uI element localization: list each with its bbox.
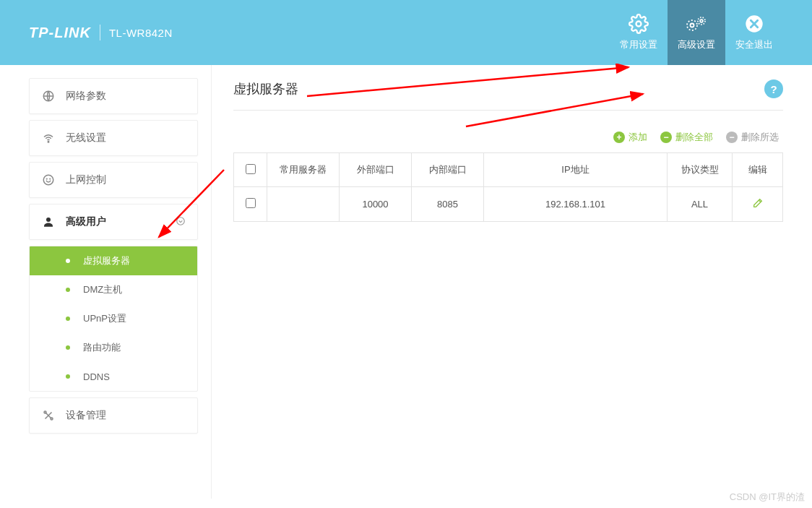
row-checkbox[interactable] xyxy=(246,198,256,208)
bullet-icon xyxy=(66,317,70,321)
th-ip: IP地址 xyxy=(484,153,668,187)
svg-point-7 xyxy=(48,142,49,143)
th-protocol: 协议类型 xyxy=(668,153,733,187)
delete-selected-button[interactable]: −删除所选 xyxy=(726,131,779,144)
submenu-label: DDNS xyxy=(83,371,110,382)
header: TP-LINK TL-WR842N 常用设置 高级设置 安全退出 xyxy=(0,0,812,65)
svg-point-10 xyxy=(50,178,51,179)
svg-point-2 xyxy=(687,20,697,30)
cell-ip: 192.168.1.101 xyxy=(484,187,668,222)
minus-icon: − xyxy=(660,132,672,143)
svg-point-4 xyxy=(698,17,705,25)
svg-point-3 xyxy=(700,20,703,22)
action-label: 删除所选 xyxy=(741,131,779,144)
main-content: 虚拟服务器 ? +添加 −删除全部 −删除所选 常用服务器 外部端口 内部端口 … xyxy=(211,65,812,499)
nav-common-settings[interactable]: 常用设置 xyxy=(610,0,668,65)
plus-icon: + xyxy=(613,132,625,143)
model-label: TL-WR842N xyxy=(109,27,173,39)
submenu-ddns[interactable]: DDNS xyxy=(30,362,197,391)
chevron-down-icon xyxy=(176,216,186,228)
nav-logout[interactable]: 安全退出 xyxy=(725,0,783,65)
nav-advanced-settings[interactable]: 高级设置 xyxy=(668,0,725,65)
action-bar: +添加 −删除全部 −删除所选 xyxy=(233,111,783,152)
submenu-label: UPnP设置 xyxy=(83,312,126,325)
action-label: 删除全部 xyxy=(675,131,713,144)
nav-label: 高级设置 xyxy=(678,38,715,51)
th-server: 常用服务器 xyxy=(267,153,340,187)
wifi-icon xyxy=(41,131,56,145)
select-all-checkbox[interactable] xyxy=(246,164,256,174)
add-button[interactable]: +添加 xyxy=(613,131,647,144)
top-nav: 常用设置 高级设置 安全退出 xyxy=(610,0,783,65)
sidebar-item-device[interactable]: 设备管理 xyxy=(29,397,198,434)
user-icon xyxy=(41,215,56,229)
svg-point-11 xyxy=(46,218,51,222)
svg-point-0 xyxy=(636,22,642,27)
submenu-label: 虚拟服务器 xyxy=(83,254,130,267)
th-internal-port: 内部端口 xyxy=(412,153,484,187)
svg-point-12 xyxy=(177,217,185,225)
th-external-port: 外部端口 xyxy=(340,153,412,187)
sidebar: 网络参数 无线设置 上网控制 高级用户 虚拟服务器 DMZ主机 UPnP设置 路… xyxy=(0,65,211,499)
sidebar-item-wireless[interactable]: 无线设置 xyxy=(29,120,198,156)
minus-icon: − xyxy=(726,132,738,143)
sidebar-item-access[interactable]: 上网控制 xyxy=(29,162,198,198)
svg-point-8 xyxy=(43,175,53,185)
delete-all-button[interactable]: −删除全部 xyxy=(660,131,713,144)
browser-icon xyxy=(41,173,56,187)
page-title: 虚拟服务器 xyxy=(233,80,298,98)
cell-server xyxy=(267,187,340,222)
logo-separator xyxy=(100,25,100,40)
submenu-virtual-server[interactable]: 虚拟服务器 xyxy=(30,246,197,275)
submenu-label: 路由功能 xyxy=(83,341,121,354)
sidebar-label: 无线设置 xyxy=(66,132,106,145)
sidebar-item-network[interactable]: 网络参数 xyxy=(29,78,198,114)
sidebar-label: 设备管理 xyxy=(66,409,106,422)
close-circle-icon xyxy=(744,14,764,34)
nav-label: 安全退出 xyxy=(735,38,773,51)
gears-icon xyxy=(685,14,708,34)
cell-internal-port: 8085 xyxy=(412,187,484,222)
nav-label: 常用设置 xyxy=(620,38,657,51)
watermark: CSDN @IT界的渣 xyxy=(730,491,805,504)
bullet-icon xyxy=(66,288,70,292)
cell-protocol: ALL xyxy=(668,187,733,222)
bullet-icon xyxy=(66,345,70,350)
bullet-icon xyxy=(66,374,70,379)
logo-area: TP-LINK TL-WR842N xyxy=(29,25,173,41)
svg-point-9 xyxy=(46,178,47,179)
sidebar-label: 上网控制 xyxy=(66,173,106,186)
sidebar-label: 网络参数 xyxy=(66,90,106,103)
th-edit: 编辑 xyxy=(733,153,783,187)
table-row: 10000 8085 192.168.1.101 ALL xyxy=(234,187,783,222)
sidebar-label: 高级用户 xyxy=(66,215,106,228)
bullet-icon xyxy=(66,259,70,263)
svg-point-1 xyxy=(691,24,694,27)
cell-external-port: 10000 xyxy=(340,187,412,222)
submenu-route[interactable]: 路由功能 xyxy=(30,333,197,362)
submenu: 虚拟服务器 DMZ主机 UPnP设置 路由功能 DDNS xyxy=(29,246,198,392)
globe-icon xyxy=(41,89,56,103)
edit-button[interactable] xyxy=(752,197,764,209)
sidebar-item-advanced-user[interactable]: 高级用户 xyxy=(29,204,198,240)
action-label: 添加 xyxy=(629,131,647,144)
submenu-label: DMZ主机 xyxy=(83,283,122,296)
virtual-server-table: 常用服务器 外部端口 内部端口 IP地址 协议类型 编辑 10000 8085 … xyxy=(233,152,783,222)
logo-text: TP-LINK xyxy=(29,25,91,41)
tools-icon xyxy=(41,408,56,423)
submenu-dmz[interactable]: DMZ主机 xyxy=(30,275,197,304)
help-button[interactable]: ? xyxy=(764,79,783,98)
submenu-upnp[interactable]: UPnP设置 xyxy=(30,304,197,333)
gear-icon xyxy=(629,14,649,34)
